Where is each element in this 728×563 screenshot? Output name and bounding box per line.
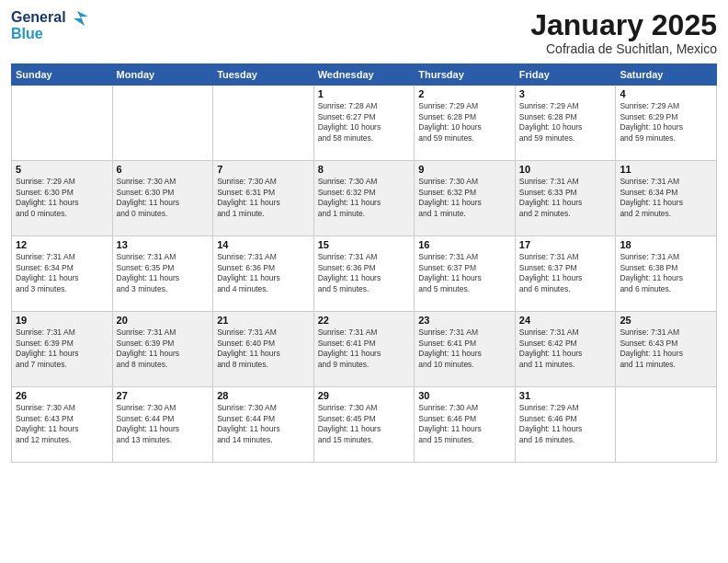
day-number: 19	[16, 315, 108, 326]
calendar-cell: 7Sunrise: 7:30 AM Sunset: 6:31 PM Daylig…	[213, 161, 314, 236]
weekday-header-sunday: Sunday	[12, 64, 113, 86]
calendar-cell: 1Sunrise: 7:28 AM Sunset: 6:27 PM Daylig…	[313, 86, 415, 161]
day-number: 5	[16, 164, 108, 175]
cell-info: Sunrise: 7:31 AM Sunset: 6:39 PM Dayligh…	[117, 327, 210, 370]
calendar-table: SundayMondayTuesdayWednesdayThursdayFrid…	[11, 63, 717, 463]
cell-info: Sunrise: 7:30 AM Sunset: 6:32 PM Dayligh…	[418, 177, 511, 219]
cell-info: Sunrise: 7:31 AM Sunset: 6:37 PM Dayligh…	[519, 252, 612, 294]
day-number: 12	[16, 239, 108, 250]
calendar-cell: 12Sunrise: 7:31 AM Sunset: 6:34 PM Dayli…	[12, 236, 113, 312]
cell-info: Sunrise: 7:30 AM Sunset: 6:43 PM Dayligh…	[16, 403, 108, 445]
logo-blue-text: Blue	[11, 26, 43, 42]
day-number: 21	[217, 315, 310, 326]
day-number: 2	[418, 88, 511, 99]
calendar-cell: 14Sunrise: 7:31 AM Sunset: 6:36 PM Dayli…	[213, 236, 314, 312]
cell-info: Sunrise: 7:28 AM Sunset: 6:27 PM Dayligh…	[318, 101, 411, 144]
logo-general-text: General	[11, 9, 66, 26]
calendar-cell: 19Sunrise: 7:31 AM Sunset: 6:39 PM Dayli…	[12, 312, 113, 387]
cell-info: Sunrise: 7:30 AM Sunset: 6:30 PM Dayligh…	[117, 177, 210, 219]
cell-info: Sunrise: 7:31 AM Sunset: 6:39 PM Dayligh…	[16, 327, 108, 370]
weekday-header-thursday: Thursday	[415, 64, 516, 86]
day-number: 27	[117, 390, 210, 401]
calendar-cell	[112, 86, 213, 161]
cell-info: Sunrise: 7:30 AM Sunset: 6:44 PM Dayligh…	[117, 403, 210, 445]
weekday-header-monday: Monday	[112, 64, 213, 86]
logo-blue-label: Blue	[11, 26, 43, 41]
calendar-cell: 11Sunrise: 7:31 AM Sunset: 6:34 PM Dayli…	[616, 161, 717, 236]
calendar-cell: 6Sunrise: 7:30 AM Sunset: 6:30 PM Daylig…	[112, 161, 213, 236]
cell-info: Sunrise: 7:31 AM Sunset: 6:34 PM Dayligh…	[16, 252, 108, 294]
cell-info: Sunrise: 7:29 AM Sunset: 6:29 PM Dayligh…	[620, 101, 712, 144]
cell-info: Sunrise: 7:29 AM Sunset: 6:46 PM Dayligh…	[519, 403, 612, 445]
calendar-cell: 21Sunrise: 7:31 AM Sunset: 6:40 PM Dayli…	[213, 312, 314, 387]
calendar-cell: 27Sunrise: 7:30 AM Sunset: 6:44 PM Dayli…	[112, 387, 213, 463]
week-row-3: 19Sunrise: 7:31 AM Sunset: 6:39 PM Dayli…	[12, 312, 717, 387]
day-number: 15	[318, 239, 411, 250]
cell-info: Sunrise: 7:31 AM Sunset: 6:36 PM Dayligh…	[217, 252, 310, 294]
logo: General Blue	[11, 9, 88, 42]
day-number: 29	[318, 390, 411, 401]
calendar-cell: 13Sunrise: 7:31 AM Sunset: 6:35 PM Dayli…	[112, 236, 213, 312]
cell-info: Sunrise: 7:31 AM Sunset: 6:42 PM Dayligh…	[519, 327, 612, 370]
calendar-cell: 25Sunrise: 7:31 AM Sunset: 6:43 PM Dayli…	[616, 312, 717, 387]
calendar-cell: 31Sunrise: 7:29 AM Sunset: 6:46 PM Dayli…	[515, 387, 616, 463]
calendar-cell: 20Sunrise: 7:31 AM Sunset: 6:39 PM Dayli…	[112, 312, 213, 387]
day-number: 8	[318, 164, 411, 175]
weekday-header-row: SundayMondayTuesdayWednesdayThursdayFrid…	[12, 64, 717, 86]
cell-info: Sunrise: 7:31 AM Sunset: 6:36 PM Dayligh…	[318, 252, 411, 294]
cell-info: Sunrise: 7:31 AM Sunset: 6:35 PM Dayligh…	[117, 252, 210, 294]
calendar-cell: 15Sunrise: 7:31 AM Sunset: 6:36 PM Dayli…	[313, 236, 415, 312]
day-number: 7	[217, 164, 310, 175]
calendar-cell: 23Sunrise: 7:31 AM Sunset: 6:41 PM Dayli…	[415, 312, 516, 387]
calendar-cell: 29Sunrise: 7:30 AM Sunset: 6:45 PM Dayli…	[313, 387, 415, 463]
logo-bird-icon	[68, 9, 88, 26]
weekday-header-wednesday: Wednesday	[313, 64, 415, 86]
calendar-cell: 9Sunrise: 7:30 AM Sunset: 6:32 PM Daylig…	[415, 161, 516, 236]
calendar-cell: 3Sunrise: 7:29 AM Sunset: 6:28 PM Daylig…	[515, 86, 616, 161]
calendar-cell: 5Sunrise: 7:29 AM Sunset: 6:30 PM Daylig…	[12, 161, 113, 236]
day-number: 4	[620, 88, 712, 99]
day-number: 18	[620, 239, 712, 250]
cell-info: Sunrise: 7:30 AM Sunset: 6:32 PM Dayligh…	[318, 177, 411, 219]
cell-info: Sunrise: 7:30 AM Sunset: 6:44 PM Dayligh…	[217, 403, 310, 445]
calendar-cell: 4Sunrise: 7:29 AM Sunset: 6:29 PM Daylig…	[616, 86, 717, 161]
location: Cofradia de Suchitlan, Mexico	[530, 41, 717, 56]
week-row-0: 1Sunrise: 7:28 AM Sunset: 6:27 PM Daylig…	[12, 86, 717, 161]
cell-info: Sunrise: 7:31 AM Sunset: 6:43 PM Dayligh…	[620, 327, 712, 370]
day-number: 16	[418, 239, 511, 250]
day-number: 28	[217, 390, 310, 401]
calendar-cell: 2Sunrise: 7:29 AM Sunset: 6:28 PM Daylig…	[415, 86, 516, 161]
day-number: 6	[117, 164, 210, 175]
calendar-cell: 18Sunrise: 7:31 AM Sunset: 6:38 PM Dayli…	[616, 236, 717, 312]
calendar-cell: 10Sunrise: 7:31 AM Sunset: 6:33 PM Dayli…	[515, 161, 616, 236]
week-row-1: 5Sunrise: 7:29 AM Sunset: 6:30 PM Daylig…	[12, 161, 717, 236]
weekday-header-friday: Friday	[515, 64, 616, 86]
cell-info: Sunrise: 7:30 AM Sunset: 6:31 PM Dayligh…	[217, 177, 310, 219]
day-number: 3	[519, 88, 612, 99]
day-number: 1	[318, 88, 411, 99]
weekday-header-tuesday: Tuesday	[213, 64, 314, 86]
calendar-cell	[616, 387, 717, 463]
logo-wrapper: General	[11, 9, 88, 26]
cell-info: Sunrise: 7:31 AM Sunset: 6:34 PM Dayligh…	[620, 177, 712, 219]
cell-info: Sunrise: 7:31 AM Sunset: 6:41 PM Dayligh…	[318, 327, 411, 370]
cell-info: Sunrise: 7:31 AM Sunset: 6:41 PM Dayligh…	[418, 327, 511, 370]
week-row-2: 12Sunrise: 7:31 AM Sunset: 6:34 PM Dayli…	[12, 236, 717, 312]
calendar-cell	[12, 86, 113, 161]
day-number: 10	[519, 164, 612, 175]
calendar-cell: 24Sunrise: 7:31 AM Sunset: 6:42 PM Dayli…	[515, 312, 616, 387]
calendar-cell: 16Sunrise: 7:31 AM Sunset: 6:37 PM Dayli…	[415, 236, 516, 312]
day-number: 14	[217, 239, 310, 250]
day-number: 20	[117, 315, 210, 326]
day-number: 26	[16, 390, 108, 401]
calendar-cell: 30Sunrise: 7:30 AM Sunset: 6:46 PM Dayli…	[415, 387, 516, 463]
cell-info: Sunrise: 7:30 AM Sunset: 6:45 PM Dayligh…	[318, 403, 411, 445]
header: General Blue January 2025 Cofradia de Su…	[11, 9, 717, 56]
day-number: 11	[620, 164, 712, 175]
title-block: January 2025 Cofradia de Suchitlan, Mexi…	[530, 9, 717, 56]
day-number: 23	[418, 315, 511, 326]
page: General Blue January 2025 Cofradia de Su…	[0, 0, 728, 563]
weekday-header-saturday: Saturday	[616, 64, 717, 86]
day-number: 17	[519, 239, 612, 250]
day-number: 31	[519, 390, 612, 401]
